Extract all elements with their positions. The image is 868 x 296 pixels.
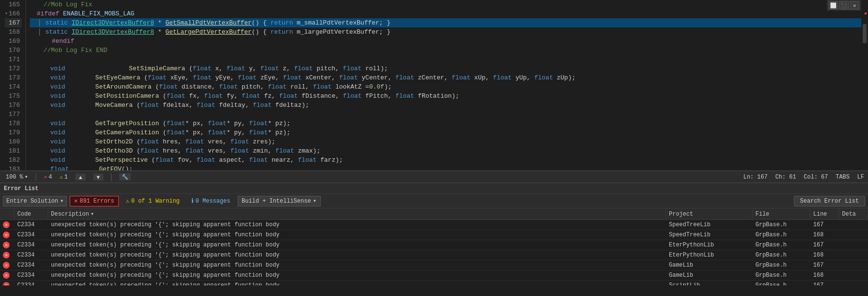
code-line-178: void GetTargetPosition ( float * px, flo… (30, 119, 861, 128)
row4-code: C2334 (14, 250, 48, 260)
warning-icon: ⚠ (60, 174, 63, 180)
errors-filter-label: 891 Errors (80, 198, 114, 205)
line-num-176: 176 (5, 101, 22, 110)
line-num-180: 180 (5, 137, 22, 146)
ch-indicator: Ch: 61 (775, 174, 796, 180)
scroll-thumb[interactable] (863, 24, 867, 43)
row5-file: GrpBase.h (753, 260, 810, 270)
error-dot-1: ✕ (3, 221, 10, 228)
editor-area: ⬜ ⬛ ✕ 165 ▾166 167 168 169 170 171 172 1… (0, 0, 868, 171)
vertical-scrollbar[interactable] (861, 0, 868, 170)
search-error-btn[interactable]: Search Error List (794, 196, 865, 206)
error-row-1[interactable]: ✕ C2334 unexpected token(s) preceding '{… (0, 220, 868, 230)
error-count: 4 (49, 174, 52, 180)
row6-line: 168 (810, 270, 839, 280)
col-desc-label: Description (51, 211, 89, 218)
code-line-180: void SetOrtho2D ( float hres, float vres… (30, 137, 861, 146)
horizontal-scrollbar[interactable]: ▶ (0, 170, 868, 171)
error-row-3[interactable]: ✕ C2334 unexpected token(s) preceding '{… (0, 240, 868, 250)
split-vertical-icon[interactable]: ⬛ (839, 1, 849, 10)
errors-filter-btn[interactable]: ✕ 891 Errors (70, 196, 118, 206)
error-count-btn[interactable]: ✕ 4 (42, 174, 54, 180)
error-list-title: Error List (4, 185, 38, 192)
error-list-toolbar: Entire Solution ▾ ✕ 891 Errors ⚠ 0 of 1 … (0, 194, 868, 208)
row7-project: ScriptLib (666, 281, 753, 285)
nav-up-btn[interactable]: ▲ (74, 174, 88, 180)
col-code-header[interactable]: Code (14, 209, 48, 219)
row4-details (839, 250, 868, 260)
nav-up-button[interactable]: ▲ (75, 174, 86, 180)
scope-dropdown[interactable]: Entire Solution ▾ (3, 196, 67, 206)
nav-down-button[interactable]: ▼ (93, 174, 103, 180)
scope-dropdown-arrow: ▾ (60, 197, 63, 205)
code-line-183: float GetFOV (); (30, 165, 861, 170)
line-num-178: 178 (5, 119, 22, 128)
tabs-indicator: TABS (836, 174, 850, 180)
row1-details (839, 220, 868, 230)
line-num-168: 168 (5, 27, 22, 37)
col-line-header[interactable]: Line (810, 209, 839, 219)
sort-desc-icon: ▾ (90, 210, 94, 218)
row3-icon: ✕ (0, 240, 14, 250)
row3-project: EterPythonLib (666, 240, 753, 250)
warning-count-btn[interactable]: ⚠ 1 (58, 174, 70, 180)
col-line-label: Line (813, 211, 827, 218)
code-line-179: void GetCameraPosition ( float * px, flo… (30, 128, 861, 137)
build-label: Build + IntelliSense (242, 198, 311, 205)
code-line-171 (30, 55, 861, 64)
error-icon: ✕ (44, 174, 47, 180)
code-line-169: #endif (30, 37, 861, 46)
close-editor-icon[interactable]: ✕ (850, 1, 859, 10)
debug-tools[interactable]: 🔧 (117, 173, 133, 180)
row5-project: GameLib (666, 260, 753, 270)
code-line-167: │ static IDirect3DVertexBuffer8 * GetSma… (30, 18, 861, 27)
row3-details (839, 240, 868, 250)
error-scroll-mark (865, 13, 867, 14)
line-num-172: 172 (5, 64, 22, 73)
row2-desc: unexpected token(s) preceding '{'; skipp… (48, 230, 666, 240)
warnings-filter-label: 0 of 1 Warning (131, 198, 180, 205)
zoom-control[interactable]: 100 % ▾ (4, 173, 30, 180)
row3-desc: unexpected token(s) preceding '{'; skipp… (48, 240, 666, 250)
line-num-174: 174 (5, 82, 22, 91)
warnings-filter-icon: ⚠ (126, 197, 129, 205)
row4-project: EterPythonLib (666, 250, 753, 260)
lf-indicator: LF (857, 174, 864, 180)
errors-filter-icon: ✕ (74, 197, 77, 205)
status-right: Ln: 167 Ch: 61 Col: 67 TABS LF (743, 174, 864, 180)
error-list-panel: Error List Entire Solution ▾ ✕ 891 Error… (0, 183, 868, 285)
nav-down-btn[interactable]: ▼ (91, 174, 105, 180)
row1-desc: unexpected token(s) preceding '{'; skipp… (48, 220, 666, 230)
warnings-filter-btn[interactable]: ⚠ 0 of 1 Warning (122, 196, 184, 206)
row5-code: C2334 (14, 260, 48, 270)
code-line-172: void SetSimpleCamera ( float x, float y,… (30, 64, 861, 73)
error-dot-5: ✕ (3, 262, 10, 269)
code-lines[interactable]: //Mob Log Fix #ifdef ENABLE_FIX_MOBS_LAG… (26, 0, 861, 170)
error-row-6[interactable]: ✕ C2334 unexpected token(s) preceding '{… (0, 270, 868, 281)
line-num-171: 171 (5, 55, 22, 64)
col-project-label: Project (669, 211, 693, 218)
editor-top-icons: ⬜ ⬛ ✕ (827, 0, 861, 11)
col-description-header[interactable]: Description ▾ (48, 209, 666, 219)
row6-desc: unexpected token(s) preceding '{'; skipp… (48, 270, 666, 280)
error-dot-3: ✕ (3, 242, 10, 248)
code-line-174: void SetAroundCamera ( float distance, f… (30, 82, 861, 91)
search-error-label: Search Error List (800, 198, 859, 205)
error-row-5[interactable]: ✕ C2334 unexpected token(s) preceding '{… (0, 260, 868, 270)
error-list-header: Error List (0, 183, 868, 194)
col-details-header[interactable]: Deta (839, 209, 868, 219)
debug-btn[interactable]: 🔧 (119, 173, 131, 180)
zoom-dropdown-icon[interactable]: ▾ (25, 173, 28, 180)
toolbar-sep-1 (36, 173, 36, 181)
col-project-header[interactable]: Project (666, 209, 753, 219)
error-row-4[interactable]: ✕ C2334 unexpected token(s) preceding '{… (0, 250, 868, 260)
error-row-7[interactable]: ✕ C2334 unexpected token(s) preceding '{… (0, 281, 868, 285)
split-horizontal-icon[interactable]: ⬜ (829, 1, 838, 10)
row2-code: C2334 (14, 230, 48, 240)
col-file-header[interactable]: File (753, 209, 810, 219)
messages-filter-btn[interactable]: ℹ 0 Messages (187, 196, 235, 206)
row1-icon: ✕ (0, 220, 14, 230)
error-row-2[interactable]: ✕ C2334 unexpected token(s) preceding '{… (0, 230, 868, 240)
col-check (0, 209, 14, 219)
build-dropdown[interactable]: Build + IntelliSense ▾ (238, 196, 321, 206)
